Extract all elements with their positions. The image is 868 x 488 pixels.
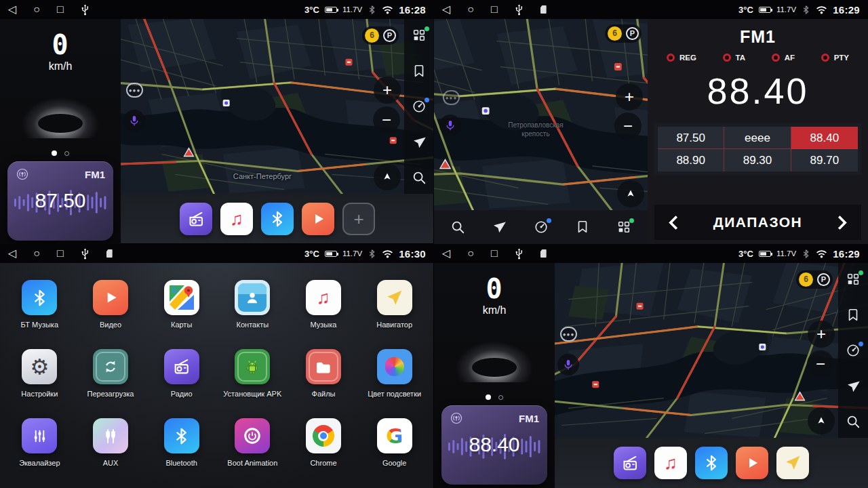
dock-video-button[interactable]	[302, 203, 334, 235]
navigate-icon[interactable]	[492, 220, 507, 235]
parking-badge[interactable]: P	[383, 29, 396, 42]
voice-mic-button[interactable]	[439, 115, 461, 136]
voice-mic-button[interactable]	[557, 354, 579, 375]
preset-5[interactable]: 89.30	[724, 149, 791, 171]
parking-badge[interactable]: P	[817, 273, 830, 286]
page-dot[interactable]	[498, 395, 503, 400]
app-chrome[interactable]: Chrome	[288, 408, 359, 477]
chat-bubble-icon[interactable]: ●●●	[126, 83, 143, 98]
speedometer-icon[interactable]	[846, 343, 861, 358]
traffic-score-badge[interactable]: 6	[799, 272, 813, 287]
page-indicator[interactable]	[0, 150, 121, 156]
preset-4[interactable]: 88.90	[658, 149, 724, 171]
bookmarks-icon[interactable]	[412, 64, 427, 79]
page-indicator[interactable]	[434, 394, 555, 400]
chat-bubble-icon[interactable]: ●●●	[560, 327, 577, 342]
app-settings[interactable]: ⚙ Настройки	[4, 339, 75, 408]
traffic-score-badge[interactable]: 6	[608, 26, 622, 41]
app-radio[interactable]: Радио	[146, 339, 217, 408]
page-dot-active[interactable]	[486, 394, 491, 400]
back-button[interactable]: ◁	[8, 248, 16, 259]
dock-radio-button[interactable]	[614, 447, 646, 479]
dock-music-button[interactable]: ♫	[220, 203, 253, 235]
app-contacts[interactable]: Контакты	[217, 270, 288, 339]
app-music[interactable]: ♫ Музыка	[288, 270, 359, 339]
bookmarks-icon[interactable]	[846, 308, 861, 323]
home-button[interactable]: ○	[33, 4, 40, 15]
radio-widget[interactable]: FM1 87.50	[7, 161, 113, 241]
navigate-icon[interactable]	[412, 135, 427, 150]
search-icon[interactable]	[412, 170, 427, 185]
preset-2[interactable]: eeee	[724, 127, 791, 149]
map-view[interactable]: ●●● 6 P + − Санкт-Петербург	[121, 19, 434, 194]
af-toggle[interactable]: AF	[772, 54, 795, 62]
preset-table: 87.50 eeee 88.40 88.90 89.30 89.70	[654, 123, 861, 175]
zoom-in-button[interactable]: +	[374, 77, 401, 104]
app-equalizer[interactable]: Эквалайзер	[4, 408, 75, 477]
back-button[interactable]: ◁	[442, 248, 450, 259]
recents-button[interactable]: □	[57, 4, 64, 15]
app-maps[interactable]: G Карты	[146, 270, 217, 339]
radio-widget[interactable]: FM1 88.40	[441, 405, 547, 485]
apps-grid-icon[interactable]	[616, 220, 631, 235]
zoom-out-button[interactable]: −	[807, 350, 834, 378]
map-view[interactable]: ●●● 6 P + −	[555, 263, 868, 438]
map-view[interactable]: ●●● 6 P Петропавловская крепость + −	[434, 19, 648, 210]
next-band-chevron[interactable]	[833, 215, 847, 229]
home-button[interactable]: ○	[467, 248, 474, 259]
back-button[interactable]: ◁	[442, 4, 450, 15]
page-dot-active[interactable]	[52, 150, 57, 156]
prev-band-chevron[interactable]	[669, 215, 683, 229]
search-icon[interactable]	[846, 414, 861, 429]
home-button[interactable]: ○	[33, 248, 40, 259]
dock-video-button[interactable]	[736, 447, 768, 479]
search-icon[interactable]	[450, 220, 465, 235]
app-navigator[interactable]: Навигатор	[359, 270, 430, 339]
app-backlight-color[interactable]: Цвет подсветки	[359, 339, 430, 408]
voice-mic-button[interactable]	[123, 110, 145, 131]
band-button[interactable]: ДИАПАЗОН	[713, 214, 803, 230]
ta-toggle[interactable]: TA	[723, 54, 745, 62]
pty-toggle[interactable]: PTY	[821, 54, 849, 62]
chat-bubble-icon[interactable]: ●●●	[443, 90, 460, 105]
app-boot-animation[interactable]: Boot Animation	[217, 408, 288, 477]
app-google[interactable]: G Google	[359, 408, 430, 477]
dock-bluetooth-button[interactable]	[261, 203, 294, 235]
orient-up-button[interactable]	[617, 180, 644, 207]
preset-6[interactable]: 89.70	[791, 149, 858, 171]
home-button[interactable]: ○	[467, 4, 474, 15]
bookmarks-icon[interactable]	[575, 220, 590, 235]
app-apk-installer[interactable]: Установщик APK	[217, 339, 288, 408]
app-bluetooth[interactable]: Bluetooth	[146, 408, 217, 477]
apps-grid-icon[interactable]	[412, 28, 427, 43]
dock-add-button[interactable]: +	[342, 203, 375, 235]
zoom-out-button[interactable]: −	[614, 113, 642, 140]
app-video[interactable]: Видео	[75, 270, 146, 339]
orient-up-button[interactable]	[808, 407, 835, 434]
preset-1[interactable]: 87.50	[658, 127, 724, 149]
dock-music-button[interactable]: ♫	[654, 447, 687, 479]
app-bt-music[interactable]: БТ Музыка	[4, 270, 75, 339]
app-files[interactable]: Файлы	[288, 339, 359, 408]
recents-button[interactable]: □	[491, 248, 498, 259]
recents-button[interactable]: □	[491, 4, 498, 15]
dock-bluetooth-button[interactable]	[695, 447, 728, 479]
page-dot[interactable]	[64, 151, 69, 156]
recents-button[interactable]: □	[57, 248, 64, 259]
dock-navigator-button[interactable]	[776, 447, 809, 479]
zoom-in-button[interactable]: +	[808, 321, 835, 348]
apps-grid-icon[interactable]	[846, 272, 861, 287]
preset-3-active[interactable]: 88.40	[791, 127, 858, 149]
app-aux[interactable]: AUX	[75, 408, 146, 477]
traffic-score-badge[interactable]: 6	[365, 28, 379, 43]
parking-badge[interactable]: P	[626, 27, 639, 40]
zoom-out-button[interactable]: −	[373, 106, 400, 134]
app-reboot[interactable]: Перезагрузка	[75, 339, 146, 408]
reg-toggle[interactable]: REG	[667, 54, 696, 62]
zoom-in-button[interactable]: +	[616, 83, 643, 110]
speedometer-icon[interactable]	[534, 220, 549, 235]
back-button[interactable]: ◁	[8, 4, 16, 15]
navigate-icon[interactable]	[846, 379, 861, 394]
dock-radio-button[interactable]	[180, 203, 212, 235]
speedometer-icon[interactable]	[412, 99, 427, 114]
